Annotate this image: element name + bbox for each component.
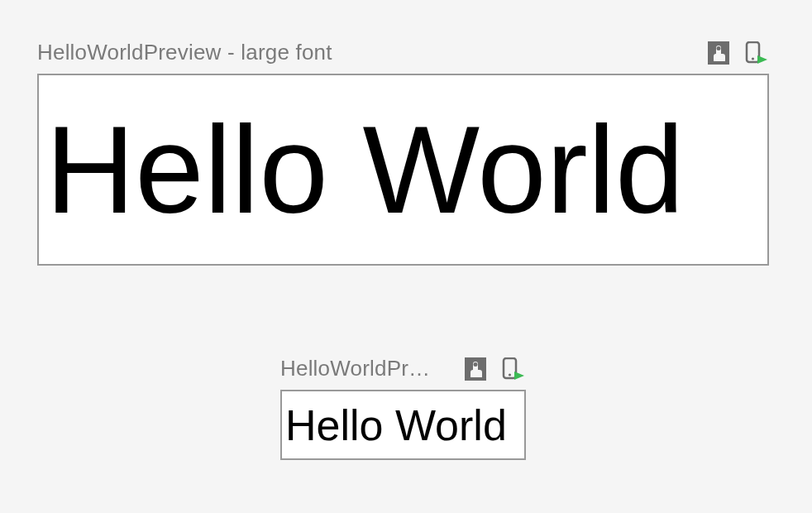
preview-title: HelloWorldPre... — [280, 356, 437, 381]
svg-rect-5 — [474, 362, 478, 367]
preview-group-0: HelloWorldPreview - large fontHello Worl… — [37, 40, 769, 266]
preview-canvas[interactable]: Hello World — [280, 390, 526, 460]
preview-actions — [465, 357, 526, 381]
svg-point-7 — [509, 373, 511, 376]
preview-group-1: HelloWorldPre...Hello World — [280, 356, 526, 460]
preview-canvas[interactable]: Hello World — [37, 74, 769, 266]
deploy-to-device-icon[interactable] — [744, 41, 769, 65]
interactive-mode-icon[interactable] — [708, 41, 729, 65]
preview-content-text: Hello World — [285, 404, 507, 447]
interactive-mode-icon[interactable] — [465, 357, 486, 381]
svg-rect-1 — [717, 46, 721, 50]
preview-header: HelloWorldPreview - large font — [37, 40, 769, 65]
preview-header: HelloWorldPre... — [280, 356, 526, 381]
preview-actions — [708, 41, 769, 65]
preview-content-text: Hello World — [45, 108, 685, 232]
svg-point-3 — [752, 57, 754, 60]
deploy-to-device-icon[interactable] — [501, 357, 526, 381]
preview-title: HelloWorldPreview - large font — [37, 40, 332, 65]
